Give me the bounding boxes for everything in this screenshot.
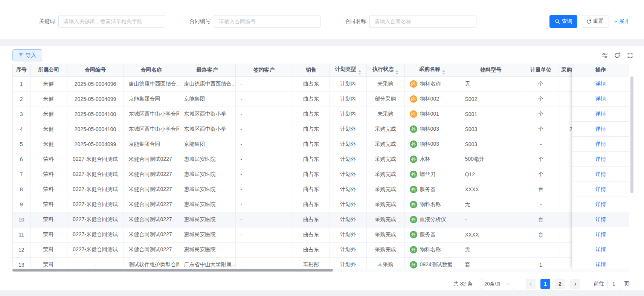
- cell-plan-type: 计划外: [330, 242, 366, 257]
- cell-index: 12: [13, 242, 30, 257]
- table-row[interactable]: 2米健2025-05-0004099京能集团合同京能集团-曲占东计划内部分采购内…: [13, 92, 582, 107]
- chevron-down-icon: [506, 282, 510, 286]
- search-button[interactable]: 查询: [549, 15, 577, 28]
- table-row[interactable]: 8荣科0227-米健合同测试米健合同测试0227惠城民安医院-曲占东计划外采购完…: [13, 182, 582, 197]
- column-header-exec-status[interactable]: 执行状态: [366, 64, 404, 76]
- cell-contract-name: 米健合同测试0227: [124, 242, 179, 257]
- detail-link[interactable]: 详情: [595, 141, 606, 148]
- cell-unit: 个: [522, 92, 560, 107]
- bottom-band: [0, 290, 644, 296]
- cell-unit: 个: [522, 76, 560, 92]
- table-row[interactable]: 1米健2025-05-0004096唐山德康中西医结合...唐山德康中西医结合.…: [13, 76, 582, 92]
- chevron-right-icon: [573, 282, 577, 286]
- action-cell: 详情: [572, 167, 629, 182]
- cell-exec-status: 采购完成: [366, 227, 404, 242]
- cell-final-customer: 惠城民安医院: [179, 212, 235, 227]
- detail-link[interactable]: 详情: [595, 111, 606, 117]
- action-cell: 详情: [572, 242, 629, 257]
- page-button-1[interactable]: 1: [540, 279, 550, 289]
- column-header-contract-no: 合同编号: [67, 64, 124, 76]
- cell-final-customer: 东城区西中街小学: [179, 122, 235, 137]
- import-button[interactable]: 导入: [12, 49, 42, 61]
- cell-material-model: Q12: [460, 167, 522, 182]
- detail-link[interactable]: 详情: [595, 231, 606, 238]
- table-row[interactable]: 10荣科0227-米健合同测试米健合同测试0227惠城民安医院-曲占东计划外采购…: [13, 212, 582, 227]
- cell-contract-name: 米健合同测试0227: [124, 227, 179, 242]
- detail-link[interactable]: 详情: [595, 156, 606, 163]
- table-row[interactable]: 6荣科0227-米健合同测试米健合同测试0227惠城民安医院-曲占东计划外采购完…: [13, 152, 582, 167]
- cell-company: 荣科: [30, 212, 67, 227]
- cell-plan-type: 计划外: [330, 122, 366, 137]
- detail-link[interactable]: 详情: [595, 81, 606, 87]
- vertical-scrollbar-thumb[interactable]: [630, 76, 633, 193]
- cell-contract-name: 东城区西中街小学合同: [124, 107, 179, 122]
- purchase-name-text: 0924测试数据: [420, 261, 453, 267]
- cell-plan-type: 计划内: [330, 76, 366, 92]
- detail-link[interactable]: 详情: [595, 246, 606, 253]
- expand-link[interactable]: 展开: [613, 15, 630, 28]
- section-divider: [0, 39, 644, 46]
- cell-plan-type: 计划外: [330, 152, 366, 167]
- detail-link[interactable]: 详情: [595, 261, 606, 268]
- detail-link[interactable]: 详情: [595, 186, 606, 193]
- cell-contract-name: 米健合同测试0227: [124, 197, 179, 212]
- cell-purchase-name: 外血液分析仪: [404, 212, 460, 227]
- prev-page-button[interactable]: [526, 279, 536, 289]
- cell-contract-no: 0227-米健合同测试: [67, 242, 124, 257]
- column-header-purchase-name[interactable]: 采购名称: [404, 64, 460, 76]
- horizontal-scrollbar-thumb[interactable]: [12, 269, 333, 272]
- table-row[interactable]: 9荣科0227-米健合同测试米健合同测试0227惠城民安医院-曲占东计划外采购完…: [13, 197, 582, 212]
- cell-company: 米健: [30, 76, 67, 92]
- keyword-input[interactable]: [58, 15, 165, 28]
- cell-contract-no: 0227-米健合同测试: [67, 197, 124, 212]
- page-button-2[interactable]: 2: [555, 279, 565, 289]
- cell-contract-name: 京能集团合同: [124, 137, 179, 152]
- table-row[interactable]: 12荣科0227-米健合同测试米健合同测试0227惠城民安医院-曲占东计划外采购…: [13, 242, 582, 257]
- cell-index: 5: [13, 137, 30, 152]
- column-header-contract-name: 合同名称: [124, 64, 179, 76]
- detail-link[interactable]: 详情: [595, 96, 606, 102]
- cell-signing-customer: -: [235, 197, 293, 212]
- keyword-label: 关键词: [39, 18, 55, 25]
- external-badge: 外: [410, 201, 417, 208]
- cell-purchase-name: 外服务器: [404, 182, 460, 197]
- internal-badge: 内: [410, 95, 417, 103]
- action-cell: 详情: [572, 122, 629, 137]
- sort-icon[interactable]: [358, 70, 361, 75]
- column-settings-icon[interactable]: [601, 52, 608, 59]
- cell-plan-type: 计划外: [330, 137, 366, 152]
- refresh-icon[interactable]: [614, 52, 621, 59]
- goto-page-input[interactable]: [607, 279, 620, 289]
- table-row[interactable]: 11荣科0227-米健合同测试米健合同测试0227惠城民安医院-曲占东计划外采购…: [13, 227, 582, 242]
- cell-sales: 曲占东: [293, 122, 330, 137]
- table-row[interactable]: 3米健2025-05-0004100东城区西中街小学合同东城区西中街小学-曲占东…: [13, 107, 582, 122]
- sort-icon[interactable]: [395, 70, 398, 75]
- table-row[interactable]: 4米健2025-05-0004100东城区西中街小学合同东城区西中街小学-曲占东…: [13, 122, 582, 137]
- contract-no-input[interactable]: [214, 15, 320, 28]
- cell-exec-status: 采购完成: [366, 242, 404, 257]
- fullscreen-icon[interactable]: [627, 52, 633, 59]
- detail-link[interactable]: 详情: [595, 171, 606, 178]
- purchase-name-text: 物料003: [420, 141, 439, 147]
- table-row[interactable]: 5米健2025-05-0004099京能集团合同京能集团-曲占东计划外采购完成外…: [13, 137, 582, 152]
- cell-final-customer: 惠城民安医院: [179, 242, 235, 257]
- refresh-icon: [586, 19, 591, 24]
- cell-signing-customer: -: [235, 182, 293, 197]
- column-header-plan-type[interactable]: 计划类型: [330, 64, 366, 76]
- cell-company: 米健: [30, 122, 67, 137]
- cell-purchase-name: 外服务器: [404, 227, 460, 242]
- next-page-button[interactable]: [570, 279, 580, 289]
- sort-icon[interactable]: [442, 70, 445, 75]
- cell-contract-name: 米健合同测试0227: [124, 182, 179, 197]
- reset-button[interactable]: 重置: [581, 15, 609, 28]
- table-row[interactable]: 7荣科0227-米健合同测试米健合同测试0227惠城民安医院-曲占东计划外采购完…: [13, 167, 582, 182]
- detail-link[interactable]: 详情: [595, 201, 606, 208]
- cell-index: 6: [13, 152, 30, 167]
- detail-link[interactable]: 详情: [595, 216, 606, 223]
- page-size-select[interactable]: 20条/页: [481, 279, 513, 289]
- table-area: 序号 所属公司 合同编号 合同名称 最终客户 签约客户 销售 计划类型 执行状态…: [12, 64, 634, 272]
- contract-name-input[interactable]: [369, 15, 476, 28]
- detail-link[interactable]: 详情: [595, 126, 606, 133]
- cell-exec-status: 采购完成: [366, 212, 404, 227]
- cell-plan-type: 计划外: [330, 167, 366, 182]
